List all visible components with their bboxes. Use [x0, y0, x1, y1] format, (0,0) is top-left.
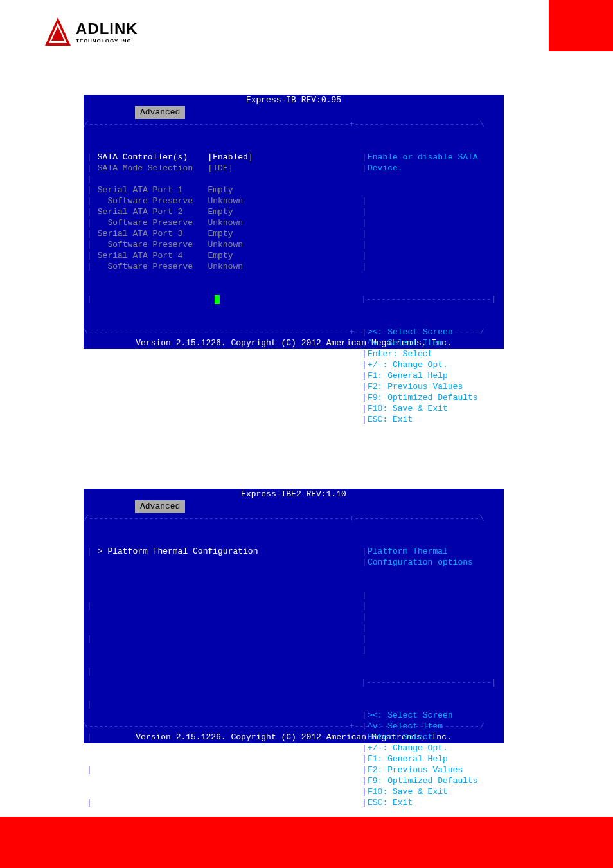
- bios-setting-row[interactable]: | Software Preserve Unknown: [86, 195, 361, 206]
- border-top: /---------------------------------------…: [84, 513, 484, 524]
- tab-advanced[interactable]: Advanced: [135, 106, 185, 119]
- bios2-title: Express-IBE2 REV:1.10: [84, 489, 504, 500]
- bios-setting-row[interactable]: | > Platform Thermal Configuration: [86, 546, 361, 557]
- help-sep: |-------------------------|: [361, 294, 502, 305]
- blank-row: |: [86, 601, 361, 611]
- bios1-title: Express-IB REV:0.95: [84, 95, 504, 106]
- blank-row: |: [86, 666, 361, 677]
- bios-setting-row[interactable]: | SATA Controller(s) [Enabled]: [86, 152, 361, 163]
- bios-setting-row[interactable]: | Serial ATA Port 3 Empty: [86, 228, 361, 239]
- logo-name: ADLINK: [76, 20, 138, 38]
- key-hint: |F10: Save & Exit: [361, 403, 502, 414]
- bios2-body: /---------------------------------------…: [84, 513, 504, 732]
- blank-row: |: [361, 217, 502, 228]
- blank-row: |: [361, 228, 502, 239]
- key-hint: |F9: Optimized Defaults: [361, 392, 502, 403]
- bios-setting-row: |: [86, 174, 361, 185]
- key-hint: |+/-: Change Opt.: [361, 359, 502, 370]
- bios-window-2: Express-IBE2 REV:1.10 Advanced /--------…: [84, 489, 504, 743]
- blank-row: |: [86, 732, 361, 743]
- blank-row: |: [361, 590, 502, 601]
- blank-row: |: [86, 699, 361, 710]
- blank-row: |: [361, 601, 502, 611]
- cursor-row: |: [86, 294, 361, 305]
- border-bottom: \---------------------------------------…: [84, 327, 484, 338]
- bios-setting-row[interactable]: | Software Preserve Unknown: [86, 239, 361, 250]
- logo-text: ADLINK TECHNOLOGY INC.: [76, 20, 138, 44]
- logo-sub: TECHNOLOGY INC.: [76, 38, 138, 44]
- header-red-block: [549, 0, 613, 51]
- bios-setting-row[interactable]: | Software Preserve Unknown: [86, 217, 361, 228]
- help-text: |Configuration options: [361, 557, 502, 568]
- key-hint: |+/-: Change Opt.: [361, 743, 502, 754]
- key-hint: |F2: Previous Values: [361, 764, 502, 775]
- tab-advanced[interactable]: Advanced: [135, 500, 185, 513]
- bios-setting-row[interactable]: | SATA Mode Selection [IDE]: [86, 163, 361, 174]
- logo: ADLINK TECHNOLOGY INC.: [0, 0, 138, 51]
- cursor-icon: [215, 295, 220, 304]
- blank-row: |: [361, 195, 502, 206]
- blank-row: |: [361, 611, 502, 622]
- bios1-tabs[interactable]: Advanced: [84, 106, 504, 119]
- key-hint: |F2: Previous Values: [361, 381, 502, 392]
- blank-row: |: [361, 250, 502, 261]
- blank-row: |: [361, 622, 502, 633]
- page-footer-red: [0, 817, 613, 868]
- blank-row: |: [86, 797, 361, 808]
- bios-setting-row[interactable]: | Serial ATA Port 4 Empty: [86, 250, 361, 261]
- key-hint: |ESC: Exit: [361, 797, 502, 808]
- blank-row: |: [361, 644, 502, 655]
- bios2-tabs[interactable]: Advanced: [84, 500, 504, 513]
- bios-setting-row[interactable]: | Serial ATA Port 2 Empty: [86, 206, 361, 217]
- adlink-logo-icon: [45, 17, 71, 46]
- border-bottom: \---------------------------------------…: [84, 721, 484, 732]
- key-hint: |Enter: Select: [361, 348, 502, 359]
- blank-row: |: [361, 261, 502, 272]
- key-hint: |><: Select Screen: [361, 710, 502, 721]
- border-top: /---------------------------------------…: [84, 119, 484, 130]
- blank-row: |: [86, 764, 361, 775]
- blank-row: |: [86, 633, 361, 644]
- help-text: |Device.: [361, 163, 502, 174]
- bios-setting-row[interactable]: | Software Preserve Unknown: [86, 261, 361, 272]
- bios-setting-row[interactable]: | Serial ATA Port 1 Empty: [86, 185, 361, 195]
- blank-row: |: [361, 633, 502, 644]
- key-hint: |Enter: Select: [361, 732, 502, 743]
- key-hint: |F1: General Help: [361, 370, 502, 381]
- key-hint: |F10: Save & Exit: [361, 786, 502, 797]
- blank-row: |: [361, 206, 502, 217]
- bios1-body: /---------------------------------------…: [84, 119, 504, 338]
- help-sep: |-------------------------|: [361, 677, 502, 688]
- help-text: |Platform Thermal: [361, 546, 502, 557]
- key-hint: |F1: General Help: [361, 754, 502, 764]
- key-hint: |ESC: Exit: [361, 414, 502, 425]
- key-hint: |F9: Optimized Defaults: [361, 775, 502, 786]
- help-text: |Enable or disable SATA: [361, 152, 502, 163]
- key-hint: |^v: Select Item: [361, 338, 502, 348]
- blank-row: |: [361, 239, 502, 250]
- page-header: ADLINK TECHNOLOGY INC.: [0, 0, 613, 51]
- bios-window-1: Express-IB REV:0.95 Advanced /----------…: [84, 95, 504, 349]
